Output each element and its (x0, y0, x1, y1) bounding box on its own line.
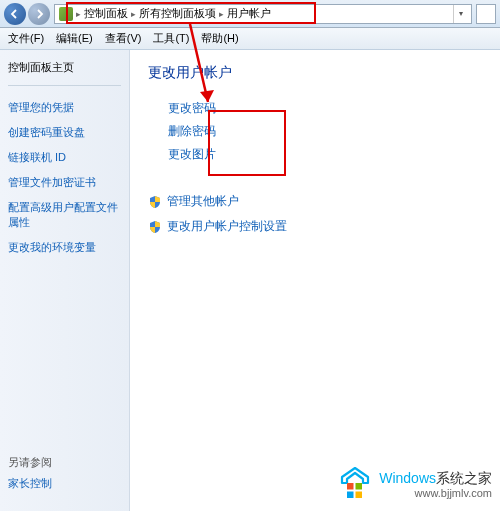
page-title: 更改用户帐户 (148, 64, 482, 82)
main-content: 更改用户帐户 更改密码 删除密码 更改图片 管理其他帐户 更改用户帐户控制设置 (130, 50, 500, 511)
control-panel-home-link[interactable]: 控制面板主页 (8, 60, 121, 86)
watermark-url: www.bjjmlv.com (379, 487, 492, 499)
watermark-text: Windows系统之家 (379, 471, 492, 486)
menu-edit[interactable]: 编辑(E) (52, 29, 97, 48)
shield-icon (148, 220, 162, 234)
nav-forward-button[interactable] (28, 3, 50, 25)
watermark-logo-icon (337, 465, 373, 505)
menubar: 文件(F) 编辑(E) 查看(V) 工具(T) 帮助(H) (0, 28, 500, 50)
sidebar-link-env-vars[interactable]: 更改我的环境变量 (8, 240, 121, 255)
svg-rect-4 (347, 492, 354, 499)
svg-rect-2 (347, 483, 354, 490)
sidebar: 控制面板主页 管理您的凭据 创建密码重设盘 链接联机 ID 管理文件加密证书 配… (0, 50, 130, 511)
svg-rect-5 (356, 492, 363, 499)
sidebar-link-password-reset-disk[interactable]: 创建密码重设盘 (8, 125, 121, 140)
breadcrumb-sep: ▸ (76, 9, 81, 19)
menu-view[interactable]: 查看(V) (101, 29, 146, 48)
breadcrumb-sep: ▸ (131, 9, 136, 19)
breadcrumb-sep: ▸ (219, 9, 224, 19)
search-box[interactable] (476, 4, 496, 24)
svg-rect-3 (356, 483, 363, 490)
link-manage-other-accounts[interactable]: 管理其他帐户 (167, 193, 239, 210)
breadcrumb-item-0[interactable]: 控制面板 (84, 6, 128, 21)
sidebar-link-credentials[interactable]: 管理您的凭据 (8, 100, 121, 115)
control-panel-icon (59, 7, 73, 21)
action-remove-password[interactable]: 删除密码 (168, 123, 482, 140)
menu-help[interactable]: 帮助(H) (197, 29, 242, 48)
see-also-heading: 另请参阅 (8, 455, 121, 470)
see-also-parental-controls[interactable]: 家长控制 (8, 476, 121, 491)
sidebar-link-encryption-cert[interactable]: 管理文件加密证书 (8, 175, 121, 190)
breadcrumb[interactable]: ▸ 控制面板 ▸ 所有控制面板项 ▸ 用户帐户 ▾ (54, 4, 472, 24)
watermark: Windows系统之家 www.bjjmlv.com (337, 465, 492, 505)
shield-icon (148, 195, 162, 209)
sidebar-link-online-id[interactable]: 链接联机 ID (8, 150, 121, 165)
menu-file[interactable]: 文件(F) (4, 29, 48, 48)
nav-back-button[interactable] (4, 3, 26, 25)
breadcrumb-item-2[interactable]: 用户帐户 (227, 6, 271, 21)
menu-tools[interactable]: 工具(T) (149, 29, 193, 48)
link-change-uac-settings[interactable]: 更改用户帐户控制设置 (167, 218, 287, 235)
breadcrumb-item-1[interactable]: 所有控制面板项 (139, 6, 216, 21)
action-change-password[interactable]: 更改密码 (168, 100, 482, 117)
breadcrumb-dropdown-button[interactable]: ▾ (453, 5, 467, 23)
sidebar-link-advanced-profile[interactable]: 配置高级用户配置文件属性 (8, 200, 121, 230)
action-change-picture[interactable]: 更改图片 (168, 146, 482, 163)
